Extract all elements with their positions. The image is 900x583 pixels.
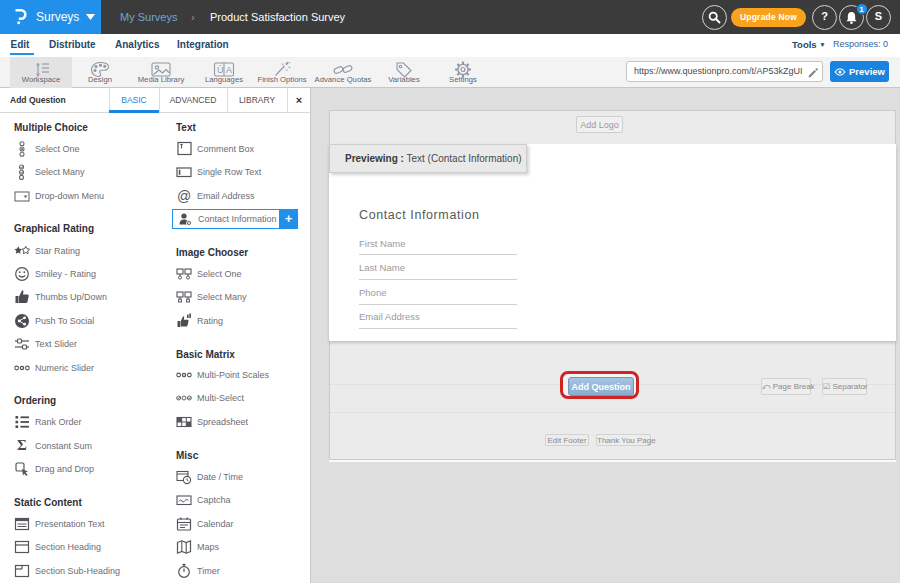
svg-text:A: A: [226, 65, 232, 75]
svg-text:Ū: Ū: [217, 65, 224, 75]
